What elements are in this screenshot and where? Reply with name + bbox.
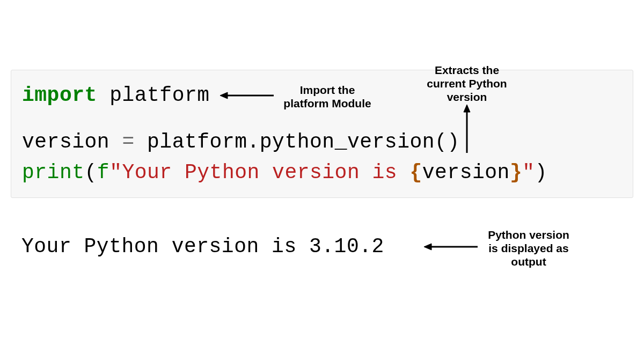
function-call: platform.python_version() [147,130,460,153]
f-prefix: f [97,161,109,184]
annotation-extract: Extracts thecurrent Pythonversion [416,63,518,104]
brace-close: } [510,161,522,184]
code-line-3: print(f"Your Python version is {version}… [22,157,622,188]
string-part-2: " [522,161,535,184]
annotation-output: Python versionis displayed asoutput [480,228,577,269]
equals-operator: = [122,130,134,153]
string-part-1: "Your Python version is [109,161,409,184]
output-block: Your Python version is 3.10.2 [21,231,384,263]
brace-open: { [409,161,422,184]
arrow-import-icon [220,90,274,101]
code-line-2: version = platform.python_version() [22,127,622,157]
print-keyword: print [22,161,85,184]
output-text: Your Python version is 3.10.2 [21,231,384,263]
annotation-import: Import theplatform Module [274,83,381,110]
interpolated-var: version [422,161,510,184]
variable-name: version [22,130,109,153]
svg-marker-3 [464,105,470,112]
arrow-extract-icon [462,105,472,153]
arrow-output-icon [424,241,478,252]
module-name: platform [109,84,209,107]
keyword-import: import [22,84,97,107]
blank-line [22,111,622,127]
svg-marker-5 [424,244,431,250]
svg-marker-1 [220,92,228,99]
